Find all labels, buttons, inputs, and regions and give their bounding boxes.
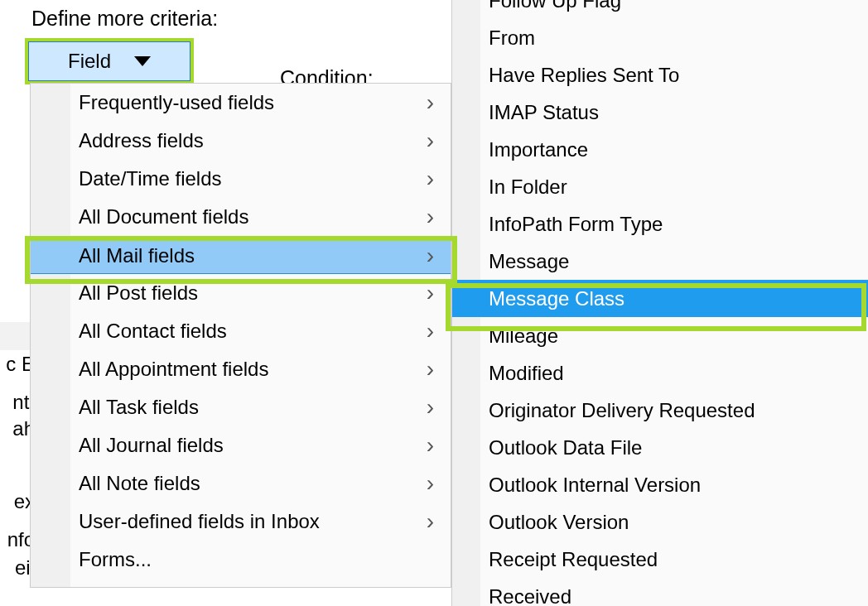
menu2-item[interactable]: Originator Delivery Requested <box>452 392 868 429</box>
menu2-label: Outlook Data File <box>489 436 642 459</box>
menu2-label: Importance <box>489 138 588 161</box>
menu1-item-mail[interactable]: All Mail fields <box>31 236 451 274</box>
menu1-label: Date/Time fields <box>79 167 222 190</box>
menu2-item[interactable]: Outlook Internal Version <box>452 466 868 503</box>
menu1-label: User-defined fields in Inbox <box>79 510 320 532</box>
menu2-item[interactable]: Have Replies Sent To <box>452 56 868 94</box>
menu2-item[interactable]: Received <box>452 578 868 606</box>
menu2-item-message-class[interactable]: Message Class <box>452 280 868 317</box>
mail-field-submenu[interactable]: Follow Up Flag From Have Replies Sent To… <box>451 0 868 606</box>
menu1-label: Forms... <box>79 548 152 570</box>
menu2-label: Follow Up Flag <box>489 0 621 12</box>
menu1-label: All Journal fields <box>79 434 224 456</box>
menu2-label: Mileage <box>489 325 558 347</box>
menu2-item[interactable]: IMAP Status <box>452 94 868 131</box>
menu2-item[interactable]: Message <box>452 243 868 280</box>
define-more-criteria-label: Define more criteria: <box>31 7 218 31</box>
menu2-item[interactable]: From <box>452 19 868 56</box>
menu1-label: All Appointment fields <box>79 358 268 380</box>
menu1-item-task[interactable]: All Task fields <box>31 388 451 426</box>
menu2-label: Outlook Internal Version <box>489 474 701 496</box>
menu1-item-contact[interactable]: All Contact fields <box>31 312 451 350</box>
menu2-item[interactable]: Receipt Requested <box>452 541 868 578</box>
menu1-label: All Mail fields <box>79 244 195 267</box>
menu2-item[interactable]: Modified <box>452 354 868 392</box>
menu1-item-user-defined[interactable]: User-defined fields in Inbox <box>31 503 451 541</box>
menu1-label: All Contact fields <box>79 320 227 342</box>
menu1-item-document[interactable]: All Document fields <box>31 198 451 236</box>
menu2-label: Message <box>489 250 569 272</box>
menu1-label: All Note fields <box>79 472 200 494</box>
menu1-label: All Task fields <box>79 396 199 418</box>
menu2-item[interactable]: Outlook Data File <box>452 429 868 466</box>
menu2-item[interactable]: InfoPath Form Type <box>452 205 868 243</box>
menu2-label: Message Class <box>489 287 624 310</box>
menu2-label: Modified <box>489 362 564 384</box>
menu2-label: IMAP Status <box>489 101 599 123</box>
menu1-label: Frequently-used fields <box>79 91 274 113</box>
menu2-label: In Folder <box>489 176 567 198</box>
field-dropdown-label: Field <box>68 50 111 73</box>
menu2-item[interactable]: Follow Up Flag <box>452 0 868 19</box>
menu2-label: Originator Delivery Requested <box>489 399 755 421</box>
menu1-item-address[interactable]: Address fields <box>31 122 451 160</box>
menu1-item-note[interactable]: All Note fields <box>31 464 451 503</box>
field-dropdown-button[interactable]: Field <box>28 41 190 81</box>
field-category-menu[interactable]: Frequently-used fields Address fields Da… <box>30 83 451 588</box>
menu1-item-post[interactable]: All Post fields <box>31 274 451 312</box>
menu2-item[interactable]: Importance <box>452 131 868 168</box>
menu2-label: Outlook Version <box>489 511 629 533</box>
menu1-item-frequently-used[interactable]: Frequently-used fields <box>31 84 451 122</box>
menu1-label: All Document fields <box>79 205 248 228</box>
menu1-item-journal[interactable]: All Journal fields <box>31 426 451 464</box>
menu2-item[interactable]: Mileage <box>452 317 868 354</box>
menu1-label: All Post fields <box>79 281 198 304</box>
chevron-down-icon <box>134 56 151 66</box>
menu1-item-forms[interactable]: Forms... <box>31 541 451 579</box>
menu2-label: Receipt Requested <box>489 548 658 570</box>
menu2-label: From <box>489 26 535 49</box>
menu2-label: Received <box>489 585 571 606</box>
menu2-item[interactable]: Outlook Version <box>452 503 868 541</box>
menu2-item[interactable]: In Folder <box>452 168 868 205</box>
menu2-label: InfoPath Form Type <box>489 213 663 235</box>
menu1-label: Address fields <box>79 129 204 152</box>
highlight-field-button: Field <box>25 38 194 84</box>
menu1-item-appointment[interactable]: All Appointment fields <box>31 350 451 388</box>
menu2-label: Have Replies Sent To <box>489 64 679 86</box>
menu1-item-datetime[interactable]: Date/Time fields <box>31 160 451 198</box>
